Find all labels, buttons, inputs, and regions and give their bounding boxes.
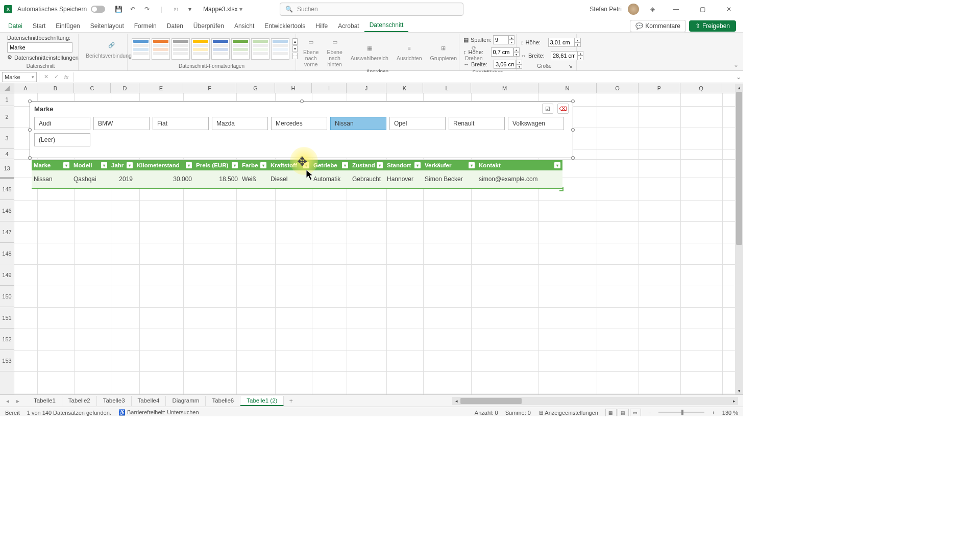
spin-down-icon[interactable]: ▾ <box>575 42 581 47</box>
table-cell[interactable]: 2019 <box>109 176 135 183</box>
expand-formula-icon[interactable]: ⌄ <box>734 73 743 81</box>
undo-icon[interactable]: ↶ <box>127 3 139 15</box>
fx-icon[interactable]: fx <box>62 72 71 82</box>
col-header[interactable]: C <box>74 83 111 93</box>
tab-datei[interactable]: Datei <box>3 20 28 32</box>
close-button[interactable]: ✕ <box>719 2 739 16</box>
table-header-cell[interactable]: Standort▾ <box>385 160 423 170</box>
row-header[interactable]: 152 <box>0 329 14 350</box>
align-button[interactable]: ≡Ausrichten <box>394 41 425 62</box>
filter-icon[interactable]: ▾ <box>186 162 192 168</box>
scroll-down-icon[interactable]: ▾ <box>735 387 743 395</box>
cols-input[interactable] <box>493 35 508 44</box>
col-header[interactable]: O <box>597 83 639 93</box>
table-row[interactable]: NissanQashqai201930.00018.500WeißDieselA… <box>32 170 562 189</box>
name-box[interactable]: Marke▾ <box>2 72 37 82</box>
slicer-settings-button[interactable]: ⚙ Datenschnitteinstellungen <box>7 54 79 61</box>
sheet-tab[interactable]: Tabelle1 <box>28 396 62 406</box>
table-header-cell[interactable]: Zustand▾ <box>350 160 385 170</box>
style-swatch[interactable] <box>191 38 210 60</box>
avatar[interactable] <box>628 4 639 15</box>
filename-chevron-icon[interactable]: ▾ <box>239 6 242 13</box>
slicer-item[interactable]: Mercedes <box>271 117 327 130</box>
sheet-tab[interactable]: Tabelle4 <box>132 396 166 406</box>
sheet-tab[interactable]: Tabelle3 <box>97 396 132 406</box>
row-header[interactable]: 148 <box>0 243 14 264</box>
row-header[interactable]: 145 <box>0 179 14 200</box>
tab-datenschnitt[interactable]: Datenschnitt <box>364 19 409 32</box>
table-header-cell[interactable]: Verkäufer▾ <box>423 160 477 170</box>
filter-icon[interactable]: ▾ <box>232 162 238 168</box>
status-accessibility[interactable]: ♿ Barrierefreiheit: Untersuchen <box>118 409 199 416</box>
col-header[interactable]: N <box>538 83 597 93</box>
col-header[interactable]: M <box>471 83 538 93</box>
spin-down-icon[interactable]: ▾ <box>577 56 583 60</box>
hscroll-right-icon[interactable]: ▸ <box>730 397 738 405</box>
scroll-thumb[interactable] <box>736 92 742 245</box>
filter-icon[interactable]: ▾ <box>554 162 560 168</box>
select-all-corner[interactable] <box>0 83 14 93</box>
style-swatch[interactable] <box>211 38 230 60</box>
row-header[interactable]: 150 <box>0 286 14 307</box>
table-header-cell[interactable]: Marke▾ <box>32 160 71 170</box>
slicer-item[interactable]: Volkswagen <box>508 117 564 130</box>
zoom-slider[interactable] <box>658 412 704 413</box>
send-backward-button[interactable]: ▭Ebene nach hinten <box>324 35 345 68</box>
vertical-scrollbar[interactable]: ▴ ▾ <box>735 84 743 395</box>
redo-icon[interactable]: ↷ <box>141 3 153 15</box>
filter-icon[interactable]: ▾ <box>377 162 383 168</box>
view-pagebreak-icon[interactable]: ▭ <box>630 409 641 417</box>
col-header[interactable]: P <box>639 83 680 93</box>
table-cell[interactable]: Diesel <box>268 176 311 183</box>
table-cell[interactable]: Simon Becker <box>423 176 477 183</box>
tab-daten[interactable]: Daten <box>162 20 188 32</box>
sz-w-input[interactable] <box>551 51 577 60</box>
slicer-item[interactable]: (Leer) <box>34 133 90 146</box>
table-cell[interactable]: Qashqai <box>71 176 109 183</box>
row-header[interactable]: 13 <box>0 159 14 178</box>
row-header[interactable]: 151 <box>0 307 14 329</box>
style-swatch[interactable] <box>152 38 170 60</box>
row-header[interactable]: 147 <box>0 221 14 243</box>
table-cell[interactable]: 30.000 <box>135 176 194 183</box>
row-header[interactable]: 153 <box>0 350 14 371</box>
table-header-cell[interactable]: Kraftstoff▾ <box>268 160 311 170</box>
clear-filter-icon[interactable]: ⌫ <box>557 104 569 114</box>
comments-button[interactable]: 💬 Kommentare <box>630 20 686 32</box>
display-settings-button[interactable]: 🖥 Anzeigeeinstellungen <box>538 410 598 416</box>
style-swatch[interactable] <box>251 38 270 60</box>
tab-hilfe[interactable]: Hilfe <box>310 20 333 32</box>
slicer-item[interactable]: Renault <box>449 117 505 130</box>
hscroll-thumb[interactable] <box>460 398 522 404</box>
spin-up-icon[interactable]: ▴ <box>575 38 581 42</box>
col-header[interactable]: E <box>139 83 183 93</box>
spin-up-icon[interactable]: ▴ <box>577 51 583 56</box>
dialog-launcher-icon[interactable]: ↘ <box>568 63 572 69</box>
tab-einfuegen[interactable]: Einfügen <box>51 20 85 32</box>
tab-entwicklertools[interactable]: Entwicklertools <box>259 20 310 32</box>
col-header[interactable]: A <box>14 83 37 93</box>
filter-icon[interactable]: ▾ <box>127 162 133 168</box>
slicer-item[interactable]: Audi <box>34 117 90 130</box>
col-header[interactable]: Q <box>680 83 722 93</box>
tab-ansicht[interactable]: Ansicht <box>229 20 259 32</box>
sz-h-input[interactable] <box>548 38 575 47</box>
formula-input[interactable] <box>74 72 734 82</box>
tab-acrobat[interactable]: Acrobat <box>333 20 364 32</box>
filter-icon[interactable]: ▾ <box>303 162 309 168</box>
hscroll-left-icon[interactable]: ◂ <box>452 397 460 405</box>
table-cell[interactable]: Automatik <box>311 176 350 183</box>
table-cell[interactable]: Nissan <box>32 176 71 183</box>
view-pagelayout-icon[interactable]: ▤ <box>618 409 629 417</box>
table-header-cell[interactable]: Getriebe▾ <box>311 160 350 170</box>
qat-customize-icon[interactable]: ▾ <box>184 3 196 15</box>
filter-icon[interactable]: ▾ <box>342 162 348 168</box>
minimize-button[interactable]: — <box>666 2 686 16</box>
tab-ueberpruefen[interactable]: Überprüfen <box>188 20 229 32</box>
table-cell[interactable]: Hannover <box>385 176 423 183</box>
filter-icon[interactable]: ▾ <box>101 162 107 168</box>
search-box[interactable]: 🔍 Suchen <box>280 3 463 16</box>
filter-icon[interactable]: ▾ <box>260 162 266 168</box>
btn-w-input[interactable] <box>494 60 516 69</box>
enter-formula-icon[interactable]: ✓ <box>52 72 61 82</box>
